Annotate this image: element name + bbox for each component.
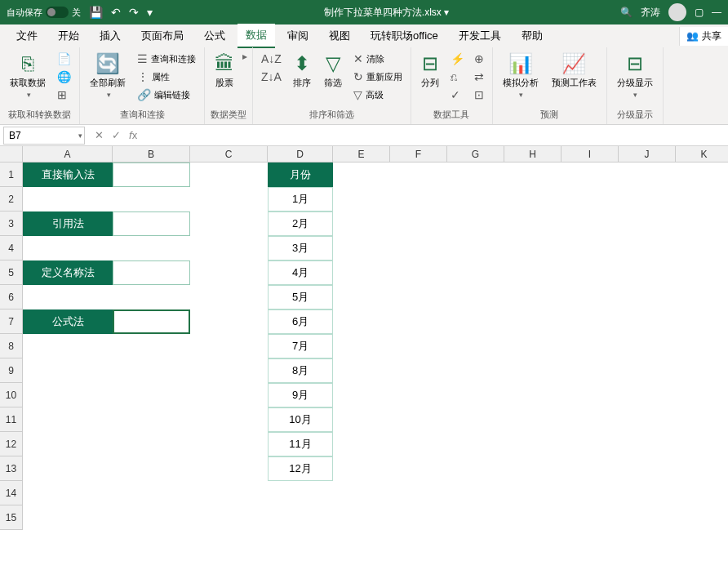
cell-D1[interactable]: 月份 <box>268 163 333 187</box>
col-header-F[interactable]: F <box>390 146 447 163</box>
minimize-icon[interactable]: — <box>712 7 721 18</box>
cell-A3[interactable]: 引用法 <box>23 211 113 236</box>
row-header-4[interactable]: 4 <box>0 236 23 260</box>
sort-desc-button[interactable]: Z↓A <box>258 69 285 85</box>
row-header-6[interactable]: 6 <box>0 285 23 309</box>
data-validation-button[interactable]: ✓ <box>447 87 468 103</box>
redo-icon[interactable]: ↷ <box>129 6 139 19</box>
cell-A7[interactable]: 公式法 <box>23 309 113 334</box>
select-all-corner[interactable] <box>0 146 23 163</box>
fx-icon[interactable]: fx <box>129 129 137 141</box>
search-icon[interactable]: 🔍 <box>620 7 633 18</box>
row-header-7[interactable]: 7 <box>0 309 23 334</box>
data-model-button[interactable]: ⊡ <box>471 87 487 103</box>
col-header-I[interactable]: I <box>562 146 619 163</box>
row-header-12[interactable]: 12 <box>0 432 23 456</box>
row-header-2[interactable]: 2 <box>0 187 23 211</box>
ribbon-display-icon[interactable]: ▢ <box>695 7 704 18</box>
cell-D13[interactable]: 12月 <box>268 456 333 481</box>
stocks-button[interactable]: 🏛 股票 <box>210 51 239 91</box>
cell-D9[interactable]: 8月 <box>268 358 333 383</box>
tab-file[interactable]: 文件 <box>8 24 46 47</box>
col-header-B[interactable]: B <box>113 146 190 163</box>
col-header-K[interactable]: K <box>676 146 728 163</box>
col-header-A[interactable]: A <box>23 146 113 163</box>
cell-D11[interactable]: 10月 <box>268 407 333 432</box>
tab-home[interactable]: 开始 <box>50 24 87 47</box>
advanced-button[interactable]: ▽高级 <box>350 87 406 103</box>
cell-D5[interactable]: 4月 <box>268 260 333 285</box>
forecast-button[interactable]: 📈 预测工作表 <box>547 51 601 91</box>
tab-view[interactable]: 视图 <box>321 24 358 47</box>
cell-D10[interactable]: 9月 <box>268 383 333 407</box>
cell-D3[interactable]: 2月 <box>268 211 333 236</box>
from-web-button[interactable]: 🌐 <box>54 69 74 85</box>
col-header-G[interactable]: G <box>447 146 504 163</box>
tab-review[interactable]: 审阅 <box>279 24 317 47</box>
formula-input[interactable] <box>144 127 728 145</box>
avatar[interactable] <box>668 3 686 21</box>
row-header-3[interactable]: 3 <box>0 211 23 236</box>
dtypes-more-icon[interactable]: ▸ <box>242 51 247 62</box>
edit-links-button[interactable]: 🔗编辑链接 <box>134 87 199 103</box>
consolidate-button[interactable]: ⊕ <box>471 51 487 67</box>
name-box-dropdown-icon[interactable]: ▾ <box>78 131 82 140</box>
group-button[interactable]: ⊟ 分级显示 <box>612 51 658 100</box>
col-header-D[interactable]: D <box>268 146 333 163</box>
row-header-15[interactable]: 15 <box>0 505 23 530</box>
from-table-button[interactable]: ⊞ <box>54 87 74 103</box>
clear-button[interactable]: ✕清除 <box>350 51 406 67</box>
row-header-13[interactable]: 13 <box>0 456 23 481</box>
cell-D7[interactable]: 6月 <box>268 309 333 334</box>
row-header-8[interactable]: 8 <box>0 334 23 358</box>
name-box[interactable]: B7 ▾ <box>3 127 85 145</box>
cell-B5[interactable] <box>113 260 190 285</box>
get-data-button[interactable]: ⎘ 获取数据 <box>5 51 51 100</box>
from-text-button[interactable]: 📄 <box>54 51 74 67</box>
remove-dup-button[interactable]: ⎌ <box>447 69 468 85</box>
whatif-button[interactable]: 📊 模拟分析 <box>498 51 544 100</box>
tab-data[interactable]: 数据 <box>237 24 275 48</box>
cell-D2[interactable]: 1月 <box>268 187 333 211</box>
tab-help[interactable]: 帮助 <box>513 24 551 47</box>
row-header-9[interactable]: 9 <box>0 358 23 383</box>
cell-A1[interactable]: 直接输入法 <box>23 163 113 187</box>
cell-B1[interactable] <box>113 163 190 187</box>
sort-button[interactable]: ⬍ 排序 <box>288 51 316 91</box>
col-header-E[interactable]: E <box>333 146 390 163</box>
undo-icon[interactable]: ↶ <box>111 6 121 19</box>
text-to-col-button[interactable]: ⊟ 分列 <box>416 51 444 91</box>
tab-insert[interactable]: 插入 <box>91 24 129 47</box>
tab-formulas[interactable]: 公式 <box>196 24 233 47</box>
cell-D12[interactable]: 11月 <box>268 432 333 456</box>
row-header-14[interactable]: 14 <box>0 481 23 505</box>
row-header-5[interactable]: 5 <box>0 260 23 285</box>
cell-B3[interactable] <box>113 211 190 236</box>
cell-D6[interactable]: 5月 <box>268 285 333 309</box>
autosave-toggle[interactable]: 自动保存 关 <box>7 7 81 19</box>
reapply-button[interactable]: ↻重新应用 <box>350 69 406 85</box>
save-icon[interactable]: 💾 <box>89 6 103 19</box>
tab-wps[interactable]: 玩转职场office <box>362 24 446 47</box>
col-header-H[interactable]: H <box>504 146 562 163</box>
sort-asc-button[interactable]: A↓Z <box>258 51 285 67</box>
row-header-1[interactable]: 1 <box>0 163 23 187</box>
cell-D8[interactable]: 7月 <box>268 334 333 358</box>
relationships-button[interactable]: ⇄ <box>471 69 487 85</box>
row-header-10[interactable]: 10 <box>0 383 23 407</box>
cell-B7[interactable] <box>113 309 190 334</box>
cell-A5[interactable]: 定义名称法 <box>23 260 113 285</box>
properties-button[interactable]: ⋮属性 <box>134 69 199 85</box>
cell-D4[interactable]: 3月 <box>268 236 333 260</box>
filter-button[interactable]: ▽ 筛选 <box>319 51 347 91</box>
flash-fill-button[interactable]: ⚡ <box>447 51 468 67</box>
queries-conn-button[interactable]: ☰查询和连接 <box>134 51 199 67</box>
col-header-C[interactable]: C <box>190 146 268 163</box>
toggle-off-icon[interactable] <box>46 7 69 18</box>
share-button[interactable]: 👥 共享 <box>679 27 728 46</box>
cancel-icon[interactable]: ✕ <box>95 129 104 141</box>
col-header-J[interactable]: J <box>619 146 676 163</box>
tab-developer[interactable]: 开发工具 <box>451 24 509 47</box>
tab-page-layout[interactable]: 页面布局 <box>133 24 192 47</box>
refresh-all-button[interactable]: 🔄 全部刷新 <box>85 51 131 100</box>
